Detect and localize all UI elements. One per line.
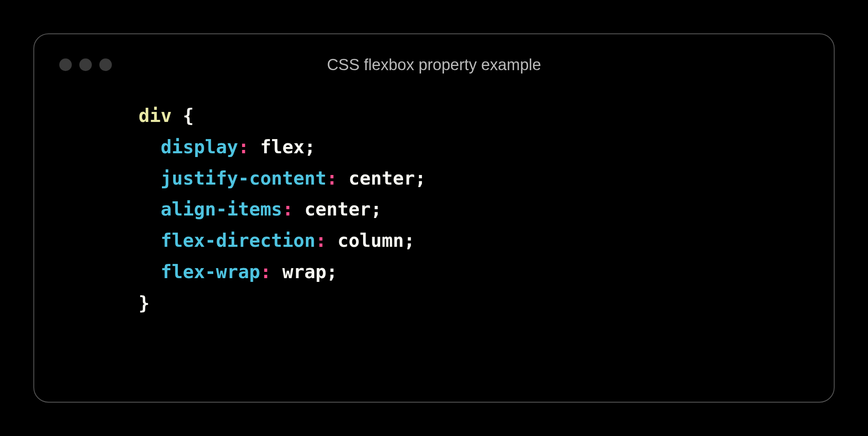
css-value: wrap — [282, 261, 326, 282]
css-semicolon: ; — [404, 230, 415, 251]
window-title: CSS flexbox property example — [59, 56, 809, 74]
css-semicolon: ; — [415, 167, 426, 189]
css-value: column — [338, 230, 404, 251]
css-selector: div — [139, 105, 172, 126]
css-value: center — [304, 198, 371, 220]
code-line-decl: flex-direction: column; — [139, 225, 809, 256]
code-line-decl: flex-wrap: wrap; — [139, 256, 809, 288]
traffic-light-minimize-icon[interactable] — [79, 58, 92, 71]
css-semicolon: ; — [304, 136, 315, 157]
css-value: center — [348, 167, 415, 189]
css-semicolon: ; — [326, 261, 338, 282]
css-property: align-items — [161, 198, 282, 220]
css-semicolon: ; — [371, 198, 382, 220]
css-colon: : — [326, 167, 338, 189]
css-property: flex-wrap — [161, 261, 260, 282]
css-colon: : — [238, 136, 249, 157]
code-line-decl: justify-content: center; — [139, 163, 809, 194]
traffic-light-zoom-icon[interactable] — [99, 58, 112, 71]
code-line-selector: div { — [139, 100, 809, 132]
window-titlebar: CSS flexbox property example — [59, 54, 809, 75]
traffic-lights — [59, 58, 112, 71]
css-colon: : — [282, 198, 293, 220]
css-value: flex — [260, 136, 304, 157]
css-property: flex-direction — [161, 230, 315, 251]
code-line-close: } — [139, 288, 809, 319]
code-line-decl: align-items: center; — [139, 194, 809, 225]
traffic-light-close-icon[interactable] — [59, 58, 72, 71]
css-colon: : — [315, 230, 327, 251]
code-window: CSS flexbox property example div { displ… — [33, 33, 835, 403]
code-line-decl: display: flex; — [139, 132, 809, 163]
code-block: div { display: flex; justify-content: ce… — [59, 100, 809, 319]
close-brace: } — [139, 292, 150, 314]
open-brace: { — [183, 105, 194, 126]
css-property: justify-content — [161, 167, 326, 189]
css-colon: : — [260, 261, 271, 282]
css-property: display — [161, 136, 238, 157]
